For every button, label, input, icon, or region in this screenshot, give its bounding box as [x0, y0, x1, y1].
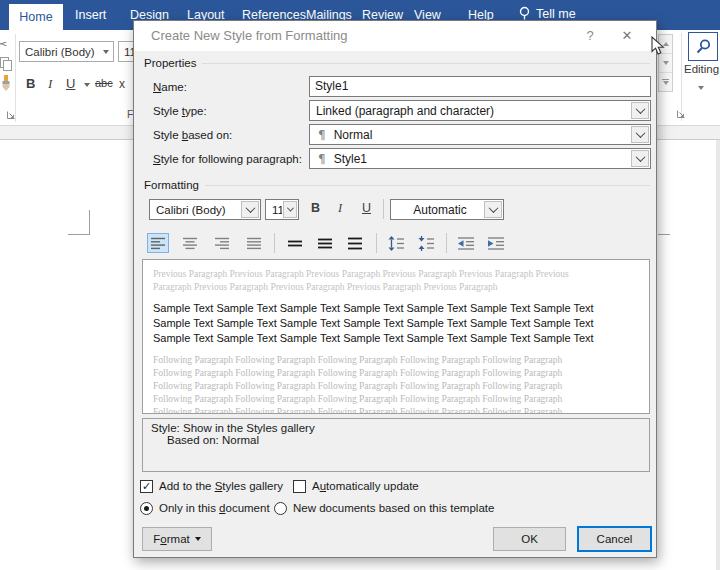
- dialog-titlebar[interactable]: Create New Style from Formatting ? ✕: [134, 21, 656, 51]
- chevron-down-icon: [635, 152, 645, 162]
- combo-drop-button[interactable]: [283, 201, 297, 218]
- gallery-scroll-down[interactable]: [659, 54, 672, 73]
- single-space-button[interactable]: [284, 233, 306, 253]
- align-right-button[interactable]: [211, 233, 233, 253]
- one-half-space-button[interactable]: [314, 233, 336, 253]
- name-input[interactable]: Style1: [309, 76, 651, 97]
- format-font-size-value: 11: [266, 204, 282, 216]
- automatically-update-label[interactable]: Automatically update: [312, 480, 419, 492]
- strikethrough-button[interactable]: abc: [95, 77, 113, 89]
- editing-chevron-icon[interactable]: [698, 86, 704, 90]
- align-center-icon: [183, 237, 198, 250]
- label-text: tyles gallery: [222, 480, 283, 492]
- style-description-line2: Based on: Normal: [167, 434, 641, 446]
- label-text: Style: [153, 129, 182, 141]
- combo-drop-button[interactable]: [484, 201, 502, 218]
- increase-indent-button[interactable]: [484, 233, 508, 253]
- properties-section-label: Properties: [144, 57, 202, 69]
- automatically-update-checkbox[interactable]: [293, 480, 306, 493]
- format-font-name-combo[interactable]: Calibri (Body): [149, 199, 261, 220]
- new-documents-radio[interactable]: [274, 502, 287, 515]
- subscript-button[interactable]: x: [119, 77, 125, 91]
- new-documents-label[interactable]: New documents based on this template: [293, 502, 494, 514]
- triangle-down-icon: [663, 81, 669, 85]
- style-preview-box: Previous Paragraph Previous Paragraph Pr…: [142, 259, 650, 414]
- format-menu-button[interactable]: Format: [142, 527, 212, 551]
- underline-chevron-icon[interactable]: [84, 83, 90, 87]
- chevron-down-icon: [286, 205, 293, 212]
- copy-icon[interactable]: [0, 57, 13, 72]
- cancel-button[interactable]: Cancel: [577, 526, 652, 552]
- chevron-down-icon: [103, 50, 109, 54]
- style-description-box: Style: Show in the Styles gallery Based …: [142, 418, 650, 472]
- preview-sample-line: Sample Text Sample Text Sample Text Samp…: [153, 316, 649, 331]
- align-left-button[interactable]: [147, 233, 169, 253]
- italic-button[interactable]: I: [48, 76, 52, 92]
- ok-button[interactable]: OK: [493, 527, 566, 551]
- style-type-combo[interactable]: Linked (paragraph and character): [309, 100, 651, 121]
- ribbon-font-name-combo[interactable]: Calibri (Body): [19, 41, 114, 62]
- style-type-label: Style type:: [153, 105, 207, 117]
- group-separator: [15, 34, 16, 122]
- pilcrow-icon: ¶: [310, 128, 334, 142]
- add-to-gallery-checkbox[interactable]: ✓: [140, 480, 153, 493]
- label-text: rmat: [167, 533, 190, 545]
- properties-section-header: Properties: [144, 57, 650, 69]
- triangle-down-icon: [663, 61, 669, 65]
- decrease-paragraph-spacing-button[interactable]: [414, 233, 438, 253]
- double-space-button[interactable]: [344, 233, 366, 253]
- editing-dialog-launcher-icon[interactable]: [676, 109, 686, 119]
- preview-sample-line: Sample Text Sample Text Sample Text Samp…: [153, 331, 649, 346]
- preview-following-line: Following Paragraph Following Paragraph …: [153, 354, 649, 367]
- only-in-document-label[interactable]: Only in this document: [159, 502, 270, 514]
- single-space-icon: [288, 237, 303, 250]
- style-based-on-value: Normal: [334, 128, 630, 142]
- editing-group-label[interactable]: Editing: [684, 63, 719, 75]
- triangle-down-icon: [195, 537, 201, 541]
- label-accesskey: S: [153, 153, 161, 165]
- align-left-icon: [151, 237, 166, 250]
- align-justify-button[interactable]: [243, 233, 265, 253]
- dialog-help-button[interactable]: ?: [577, 25, 603, 47]
- tab-home[interactable]: Home: [9, 4, 63, 30]
- format-bold-button[interactable]: B: [311, 201, 320, 215]
- only-in-document-radio[interactable]: [140, 502, 153, 515]
- style-following-combo[interactable]: ¶ Style1: [309, 148, 651, 169]
- mouse-cursor: [651, 36, 665, 56]
- tab-tell-me[interactable]: Tell me: [518, 6, 576, 21]
- style-based-on-label: Style based on:: [153, 129, 232, 141]
- gallery-more-button[interactable]: [659, 73, 672, 91]
- combo-drop-button[interactable]: [631, 150, 649, 167]
- underline-button[interactable]: U: [66, 76, 75, 91]
- format-underline-button[interactable]: U: [362, 201, 371, 215]
- bold-button[interactable]: B: [26, 76, 35, 91]
- format-font-size-combo[interactable]: 11: [265, 199, 299, 220]
- chevron-down-icon: [488, 203, 498, 213]
- style-description-line1: Style: Show in the Styles gallery: [151, 422, 641, 434]
- font-color-combo[interactable]: Automatic: [390, 199, 504, 220]
- label-text: Style: [153, 105, 182, 117]
- find-button[interactable]: [688, 32, 718, 61]
- style-following-label: Style for following paragraph:: [153, 153, 302, 165]
- combo-drop-button[interactable]: [631, 102, 649, 119]
- combo-drop-button[interactable]: [631, 126, 649, 143]
- cut-icon[interactable]: ✂: [0, 36, 8, 52]
- add-to-gallery-label[interactable]: Add to the Styles gallery: [159, 480, 283, 492]
- increase-paragraph-spacing-button[interactable]: [384, 233, 408, 253]
- combo-drop-button[interactable]: [241, 201, 259, 218]
- format-painter-icon[interactable]: [0, 75, 12, 93]
- clipboard-dialog-launcher-icon[interactable]: [6, 110, 16, 120]
- tab-insert[interactable]: Insert: [75, 8, 106, 22]
- tell-me-icon: [518, 6, 531, 21]
- dialog-close-button[interactable]: ✕: [614, 25, 640, 47]
- decrease-indent-button[interactable]: [454, 233, 478, 253]
- align-right-icon: [215, 237, 230, 250]
- increase-indent-icon: [488, 237, 505, 250]
- align-center-button[interactable]: [179, 233, 201, 253]
- double-space-icon: [348, 237, 363, 250]
- style-based-on-combo[interactable]: ¶ Normal: [309, 124, 651, 145]
- format-italic-button[interactable]: I: [338, 201, 342, 216]
- label-text: ype:: [185, 105, 207, 117]
- radio-dot: [144, 506, 149, 511]
- style-following-value: Style1: [334, 152, 630, 166]
